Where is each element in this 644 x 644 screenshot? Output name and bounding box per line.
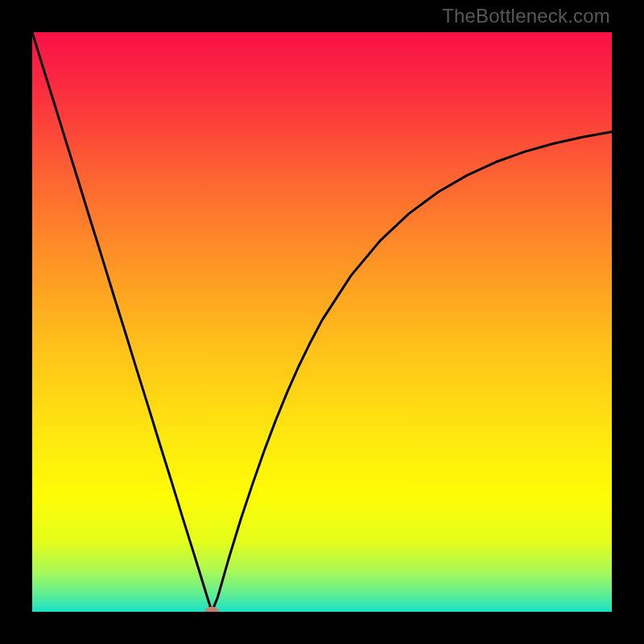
bottleneck-curve xyxy=(32,32,612,612)
optimal-point-marker xyxy=(205,607,219,612)
chart-frame: TheBottleneck.com xyxy=(0,0,644,644)
curve-layer xyxy=(32,32,612,612)
plot-area xyxy=(32,32,612,612)
watermark-text: TheBottleneck.com xyxy=(442,5,610,27)
